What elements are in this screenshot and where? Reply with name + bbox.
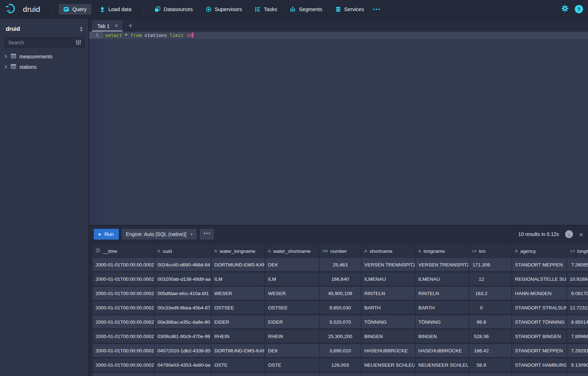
close-results-icon[interactable]: × [579,231,583,238]
table-cell[interactable]: STANDORT MEPPEN [512,344,567,358]
table-cell[interactable]: ILM [212,273,265,287]
table-cell[interactable]: 12.723226 [567,301,588,315]
table-cell[interactable]: 0309cd61-90c9-470e-99 [155,330,212,344]
table-cell[interactable]: EIDER [212,315,265,330]
table-cell[interactable]: HASEHUBBRÜCKE [361,344,416,358]
engine-select-button[interactable]: Engine: Auto [SQL (native)] ▾ [122,229,197,240]
table-cell[interactable]: 2000-01-01T00:00:00.000Z [93,287,155,301]
table-cell[interactable]: 04790e03-4353-4e80-be [155,358,212,373]
column-header-water-longname[interactable]: Awater_longname [212,244,265,258]
table-cell[interactable]: 12 [469,273,512,287]
download-icon[interactable]: ↓ [565,230,573,238]
table-cell[interactable]: 003200ab-d138-49d9-aa [155,273,212,287]
table-cell[interactable]: VERSEN TRENNSPITZE [416,258,469,273]
table-cell[interactable]: 2000-01-01T00:00:00.000Z [93,258,155,273]
chevron-right-icon[interactable] [4,64,8,70]
table-cell[interactable]: 25,300,200 [320,330,361,344]
add-tab-button[interactable]: + [128,21,132,30]
table-cell[interactable]: EIDER [265,315,320,330]
table-cell[interactable]: ILM [265,273,320,287]
table-cell[interactable]: STANDORT TÖNNING [512,315,567,330]
table-cell[interactable]: TÖNNING [361,315,416,330]
column-header-water-shortname[interactable]: Awater_shortname [265,244,320,258]
nav-item-tasks[interactable]: Tasks [250,4,282,15]
table-cell[interactable]: 2000-01-01T00:00:00.000Z [93,358,155,373]
table-cell[interactable]: STANDORT BINGEN [512,330,567,344]
table-cell[interactable]: DEK [265,344,320,358]
table-cell[interactable]: WESER [265,287,320,301]
column-header-longitude[interactable]: 1.0longitude [567,244,588,258]
navbar-more-button[interactable] [373,9,380,10]
table-cell[interactable]: 99.8 [469,315,512,330]
table-cell[interactable]: 9.130902 [567,358,588,373]
table-cell[interactable]: OSTSEE [265,301,320,315]
table-cell[interactable]: DORTMUND-EMS-KANAL [212,344,265,358]
nav-item-load-data[interactable]: Load data [95,4,136,15]
table-cell[interactable]: OSTE [265,358,320,373]
table-cell[interactable]: 9,520,070 [320,315,361,330]
table-cell[interactable]: VERSEN TRENNSPITZE [361,258,416,273]
table-cell[interactable]: 2000-01-01T00:00:00.000Z [93,273,155,287]
table-cell[interactable]: HASEHUBBRÜCKE [416,344,469,358]
table-cell[interactable]: BARTH [361,301,416,315]
table-cell[interactable]: OSTE [212,358,265,373]
table-cell[interactable]: OSTSEE [212,301,265,315]
table-cell[interactable]: RINTELN [361,287,416,301]
table-cell[interactable]: 163.2 [469,287,512,301]
table-cell[interactable]: 10.928842 [567,273,588,287]
table-cell[interactable]: ILMENAU [361,273,416,287]
table-cell[interactable]: STANDORT HAMBURG [512,358,567,373]
table-cell[interactable]: BARTH [416,301,469,315]
filter-sliders-icon[interactable] [76,40,81,47]
table-cell[interactable]: 005dfdae-efcc-410a-bf1 [155,287,212,301]
tab-close-icon[interactable]: × [115,23,118,29]
column-header--time[interactable]: __time [93,244,155,258]
table-cell[interactable]: HANN-MÜNDEN [512,287,567,301]
table-cell[interactable]: 00c33ed9-6bea-45b4-87 [155,301,212,315]
table-cell[interactable]: STANDORT STRALSUND [512,301,567,315]
table-cell[interactable]: 3,690,010 [320,344,361,358]
table-cell[interactable]: 166,640 [320,273,361,287]
nav-item-supervisors[interactable]: Supervisors [201,4,247,15]
nav-item-services[interactable]: Services [331,4,369,15]
nav-item-query[interactable]: Query [59,4,91,15]
table-cell[interactable]: 9,650,030 [320,301,361,315]
table-cell[interactable]: TÖNNING [416,315,469,330]
query-tab-1[interactable]: Tab 1 × [92,20,122,32]
table-cell[interactable]: 2000-01-01T00:00:00.000Z [93,301,155,315]
sidebar-table-stations[interactable]: stations [0,62,88,72]
druid-logo[interactable]: druid [5,3,40,16]
table-cell[interactable]: DEK [265,258,320,273]
column-header-number[interactable]: 123number [320,244,361,258]
nav-item-datasources[interactable]: Datasources [150,4,197,15]
column-header-agency[interactable]: Aagency [512,244,567,258]
column-header-longname[interactable]: Alongname [416,244,469,258]
table-cell[interactable]: 7.292912 [567,344,588,358]
column-header-shortname[interactable]: Ashortname [361,244,416,258]
table-cell[interactable]: 00e386ac-e35c-4a6e-80 [155,315,212,330]
table-cell[interactable]: REGIONALSTELLE SUHL [512,273,567,287]
table-cell[interactable]: 45,900,109 [320,287,361,301]
table-cell[interactable]: ILMENAU [416,273,469,287]
table-cell[interactable]: 2000-01-01T00:00:00.000Z [93,330,155,344]
table-cell[interactable]: RHEIN [212,330,265,344]
table-cell[interactable]: 7.899667 [567,330,588,344]
table-cell[interactable]: 9.081704 [567,287,588,301]
table-cell[interactable]: 8.950149 [567,315,588,330]
table-cell[interactable]: 0024cc40-d690-468d-84 [155,258,212,273]
table-cell[interactable]: 528.36 [469,330,512,344]
column-header-km[interactable]: 1.0km [469,244,512,258]
table-cell[interactable]: DORTMUND-EMS-KANAL [212,258,265,273]
chevron-right-icon[interactable] [4,54,8,59]
table-cell[interactable]: 0 [469,301,512,315]
run-more-button[interactable]: ••• [200,229,214,240]
table-cell[interactable]: STANDORT MEPPEN [512,258,567,273]
table-cell[interactable]: 166.42 [469,344,512,358]
table-cell[interactable]: 04572010-1db2-4338-85 [155,344,212,358]
settings-gear-icon[interactable] [562,5,568,13]
schema-selector[interactable]: druid [0,19,88,37]
table-cell[interactable]: NEUENSEER SCHLEUSEN [361,358,416,373]
table-cell[interactable]: 2000-01-01T00:00:00.000Z [93,344,155,358]
table-cell[interactable]: RINTELN [416,287,469,301]
table-cell[interactable]: 7.260856 [567,258,588,273]
